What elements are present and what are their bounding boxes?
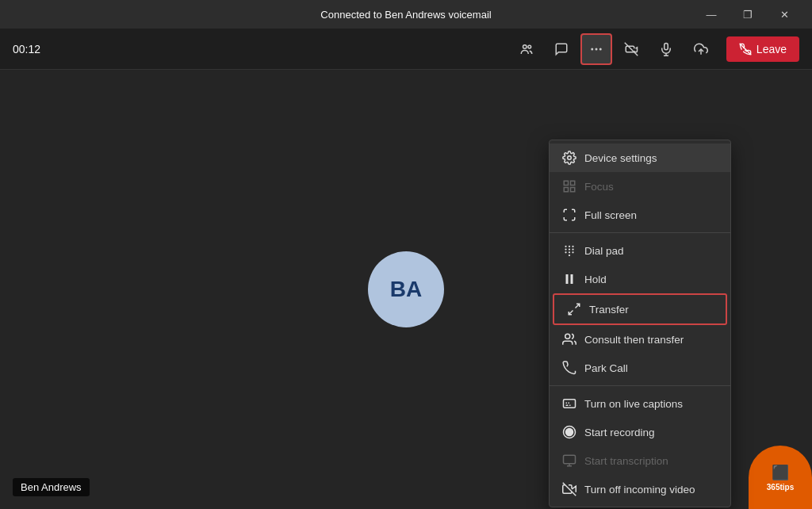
close-button[interactable]: ✕ (766, 0, 802, 29)
badge-text: 365tips (767, 483, 794, 492)
hold-label: Hold (584, 274, 607, 285)
menu-item-device-settings[interactable]: Device settings (550, 144, 730, 172)
chat-button[interactable] (546, 33, 577, 65)
consult-transfer-icon (562, 332, 576, 346)
mic-icon (659, 42, 673, 56)
title-bar: Connected to Ben Andrews voicemail — ❐ ✕ (0, 0, 812, 29)
call-main-content: BA Ben Andrews ⬛ 365tips Device settings… (0, 70, 812, 509)
menu-item-hold[interactable]: Hold (550, 265, 730, 293)
svg-point-2 (591, 48, 593, 50)
start-transcription-label: Start transcription (584, 455, 668, 467)
more-dropdown-menu: Device settings Focus Full screen (549, 140, 731, 507)
svg-rect-25 (566, 274, 569, 284)
svg-point-18 (565, 248, 566, 250)
consult-transfer-label: Consult then transfer (584, 334, 684, 346)
captions-icon (562, 396, 576, 411)
more-button[interactable] (580, 33, 612, 65)
hold-icon (562, 272, 576, 286)
fullscreen-icon (562, 208, 576, 222)
leave-label: Leave (756, 43, 787, 55)
svg-point-0 (523, 44, 527, 48)
toolbar-actions: Leave (511, 33, 799, 65)
svg-point-20 (572, 248, 573, 250)
svg-point-19 (569, 248, 570, 250)
transfer-label: Transfer (589, 304, 629, 316)
menu-item-consult-transfer[interactable]: Consult then transfer (550, 325, 730, 354)
menu-item-fullscreen[interactable]: Full screen (550, 201, 730, 229)
people-icon (519, 42, 534, 56)
svg-point-10 (568, 156, 572, 160)
menu-item-start-recording[interactable]: Start recording (550, 418, 730, 446)
svg-rect-13 (564, 188, 568, 192)
transfer-icon (567, 302, 581, 316)
svg-rect-26 (571, 274, 573, 284)
mute-button[interactable] (650, 33, 682, 65)
svg-point-22 (569, 251, 570, 253)
live-captions-label: Turn on live captions (584, 398, 683, 410)
svg-rect-12 (571, 181, 575, 185)
maximize-button[interactable]: ❐ (730, 0, 766, 29)
phone-hang-up-icon (739, 43, 752, 55)
menu-item-live-captions[interactable]: Turn on live captions (550, 389, 730, 418)
svg-rect-11 (564, 181, 568, 185)
svg-point-4 (599, 48, 602, 50)
svg-rect-31 (564, 455, 576, 464)
share-icon (694, 42, 708, 56)
leave-button[interactable]: Leave (726, 36, 799, 62)
svg-point-17 (572, 246, 573, 247)
svg-point-15 (565, 246, 566, 247)
more-icon (589, 42, 603, 56)
transcription-icon (562, 454, 576, 468)
chat-icon (554, 42, 569, 56)
svg-point-3 (595, 48, 597, 50)
svg-point-29 (566, 429, 573, 436)
park-call-label: Park Call (584, 362, 628, 374)
video-off-icon (562, 482, 576, 496)
recording-icon (562, 425, 576, 439)
window-controls: — ❐ ✕ (693, 0, 802, 29)
svg-point-16 (569, 246, 570, 247)
focus-label: Focus (584, 181, 614, 193)
menu-item-transfer[interactable]: Transfer (553, 293, 727, 325)
svg-point-21 (565, 251, 566, 253)
dialpad-icon (562, 243, 576, 258)
device-settings-label: Device settings (584, 152, 657, 164)
call-toolbar: 00:12 (0, 29, 812, 70)
caller-avatar: BA (368, 251, 444, 327)
turn-off-video-label: Turn off incoming video (584, 484, 695, 496)
people-button[interactable] (511, 33, 542, 65)
svg-rect-5 (665, 43, 668, 49)
dialpad-label: Dial pad (584, 245, 624, 257)
svg-point-24 (569, 254, 570, 256)
fullscreen-label: Full screen (584, 209, 637, 221)
svg-point-27 (565, 334, 570, 339)
menu-item-focus: Focus (550, 172, 730, 201)
svg-point-23 (572, 251, 573, 253)
share-button[interactable] (685, 33, 717, 65)
divider-2 (550, 385, 730, 386)
camera-button[interactable] (615, 33, 647, 65)
menu-item-park-call[interactable]: Park Call (550, 354, 730, 382)
menu-item-start-transcription: Start transcription (550, 446, 730, 475)
tips-badge: ⬛ 365tips (749, 446, 812, 509)
camera-off-icon (624, 42, 638, 56)
window-title: Connected to Ben Andrews voicemail (320, 9, 491, 21)
park-call-icon (562, 361, 576, 375)
call-timer: 00:12 (13, 43, 40, 55)
caller-name-label: Ben Andrews (13, 478, 90, 496)
menu-item-dialpad[interactable]: Dial pad (550, 236, 730, 265)
minimize-button[interactable]: — (693, 0, 730, 29)
menu-item-turn-off-video[interactable]: Turn off incoming video (550, 475, 730, 503)
focus-icon (562, 179, 576, 193)
divider-1 (550, 232, 730, 233)
svg-point-1 (528, 45, 531, 48)
gear-icon (562, 151, 576, 165)
office-icon: ⬛ (772, 464, 789, 481)
svg-rect-14 (571, 188, 575, 192)
start-recording-label: Start recording (584, 427, 655, 438)
